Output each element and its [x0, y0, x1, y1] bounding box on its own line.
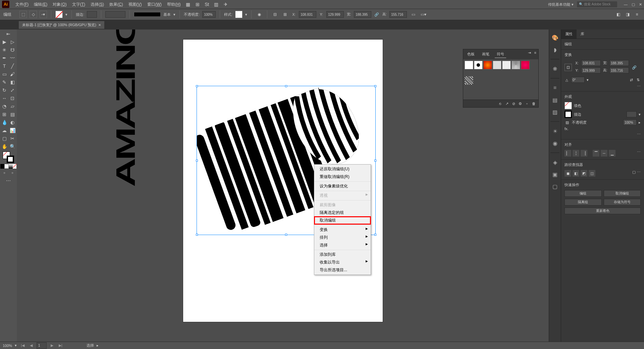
- menu-文字[interactable]: 文字(T): [69, 2, 88, 7]
- cm-还原取消编组(U)[interactable]: 还原取消编组(U): [314, 165, 371, 173]
- free-transform-tool[interactable]: ⊡: [8, 94, 16, 102]
- recolor-icon[interactable]: ◉: [256, 11, 263, 18]
- stroke-weight-input[interactable]: [87, 11, 97, 18]
- symbol-swatch[interactable]: [465, 61, 473, 69]
- stroke-color[interactable]: [565, 111, 572, 118]
- prop-x[interactable]: [581, 60, 601, 66]
- recolor-button[interactable]: 重新着色: [565, 208, 641, 214]
- sym-new-icon[interactable]: ▫: [524, 101, 530, 106]
- menu-效果[interactable]: 效果(C): [107, 2, 126, 7]
- symbol-swatch[interactable]: [502, 61, 511, 69]
- panel-menu-icon[interactable]: ≡: [534, 51, 536, 58]
- bbox-icon[interactable]: ⬚: [19, 11, 27, 18]
- symbol-swatch[interactable]: [474, 61, 483, 69]
- appearance-more-icon[interactable]: ⋯: [637, 132, 641, 136]
- more-options-icon[interactable]: ⋯: [637, 84, 641, 88]
- symbol-sprayer-tool[interactable]: ☁: [0, 126, 8, 134]
- blend-tool[interactable]: ◐: [8, 118, 16, 126]
- symbol-swatch[interactable]: [493, 61, 501, 69]
- menu-对象[interactable]: 对象(O): [50, 2, 69, 7]
- menu-编辑[interactable]: 编辑(E): [31, 2, 50, 7]
- sym-place-icon[interactable]: ↗: [504, 101, 509, 106]
- pf-unite[interactable]: ◼: [565, 170, 571, 177]
- dock-right-icon[interactable]: ◨: [624, 11, 631, 18]
- align-bb-icon[interactable]: ◇: [30, 11, 37, 18]
- scale-tool[interactable]: ⤢: [8, 86, 16, 94]
- prop-opacity[interactable]: [623, 119, 637, 125]
- angle-input[interactable]: [571, 77, 585, 83]
- align-hcenter[interactable]: ╎: [573, 150, 579, 157]
- asset-export-icon[interactable]: ▣: [550, 170, 560, 179]
- x-input[interactable]: [299, 11, 316, 18]
- flip-h-icon[interactable]: ⇄: [629, 77, 634, 82]
- w-input[interactable]: [354, 11, 371, 18]
- artboard-nav-input[interactable]: [37, 342, 47, 349]
- selection-tool[interactable]: ▶: [0, 38, 8, 46]
- nav-next[interactable]: ▶: [49, 343, 55, 348]
- menu-窗口[interactable]: 窗口(W): [145, 2, 164, 7]
- align-more-icon[interactable]: ⋯: [637, 150, 641, 154]
- pf-minus[interactable]: ◧: [573, 170, 579, 177]
- sym-break-icon[interactable]: ⊘: [511, 101, 516, 106]
- align-left[interactable]: ▏: [565, 150, 571, 157]
- stock-icon[interactable]: St: [204, 1, 210, 8]
- align-vcenter[interactable]: ─: [601, 150, 607, 157]
- color-panel-icon[interactable]: 🎨: [550, 33, 560, 42]
- stroke-panel-icon[interactable]: ≡: [550, 83, 560, 93]
- fill-color[interactable]: [565, 102, 572, 109]
- search-box[interactable]: 🔍 搜索 Adobe Stock: [577, 1, 617, 7]
- cm-导出所选项目...[interactable]: 导出所选项目...: [314, 266, 371, 274]
- collapse-panel-icon[interactable]: ⇥: [528, 51, 531, 58]
- cm-隔离选定的组[interactable]: 隔离选定的组: [314, 209, 371, 217]
- curvature-tool[interactable]: 〰: [8, 54, 16, 62]
- graphic-styles-icon[interactable]: ◉: [550, 138, 560, 148]
- align-top[interactable]: ▔: [593, 150, 599, 157]
- arrow-icon[interactable]: ✈: [222, 1, 229, 8]
- shaper-tool[interactable]: ✎: [0, 78, 8, 86]
- minimize-icon[interactable]: —: [624, 2, 628, 7]
- type-tool[interactable]: T: [0, 62, 8, 70]
- arrange-panel-icon[interactable]: ⊞: [194, 1, 201, 8]
- style-swatch[interactable]: [235, 11, 243, 18]
- magic-wand-tool[interactable]: ✳: [0, 46, 8, 54]
- cm-排列[interactable]: 排列▶: [314, 234, 371, 241]
- cm-收集以导出[interactable]: 收集以导出▶: [314, 258, 371, 266]
- doc-tab[interactable]: 未标题-1 [已恢复]* @ 100% (RGB/GPU 预览) ✕: [19, 21, 104, 29]
- menu-帮助[interactable]: 帮助(H): [164, 2, 183, 7]
- symbol-swatch[interactable]: [521, 61, 530, 69]
- hand-tool[interactable]: ✋: [0, 142, 8, 151]
- reference-point[interactable]: ⊡: [565, 64, 572, 71]
- transform-panel-icon[interactable]: ⊞: [281, 11, 289, 18]
- stroke-variable-input[interactable]: [105, 11, 125, 18]
- prop-y[interactable]: [581, 67, 601, 73]
- sym-libraries-icon[interactable]: ⎋: [497, 101, 503, 106]
- pf-expand[interactable]: ▢: [632, 170, 636, 177]
- tab-close-icon[interactable]: ✕: [98, 23, 101, 27]
- brushes-tab[interactable]: 画笔: [480, 51, 491, 58]
- maximize-icon[interactable]: ▢: [632, 2, 635, 7]
- stroke-w-input[interactable]: [627, 111, 637, 117]
- screen-mode-full[interactable]: ▫: [8, 169, 16, 177]
- isolate-button[interactable]: 隔离组: [565, 199, 602, 206]
- opacity-input[interactable]: [202, 11, 216, 18]
- zoom-tool[interactable]: 🔍: [8, 142, 16, 151]
- symbols-tab[interactable]: 符号: [495, 51, 506, 58]
- prop-w[interactable]: [609, 60, 629, 66]
- line-tool[interactable]: ╱: [8, 62, 16, 70]
- slice-tool[interactable]: ✂: [8, 134, 16, 142]
- menu-选择[interactable]: 选择(S): [88, 2, 107, 7]
- cm-设为像素级优化[interactable]: 设为像素级优化: [314, 182, 371, 190]
- transparency-panel-icon[interactable]: ▨: [550, 107, 560, 117]
- dock-left-icon[interactable]: ◧: [614, 11, 622, 18]
- fill-stroke-indicator[interactable]: [0, 151, 16, 164]
- cm-重做取消编组(R)[interactable]: 重做取消编组(R): [314, 173, 371, 181]
- rectangle-tool[interactable]: ▭: [0, 70, 8, 78]
- collapse-icon[interactable]: ⇤: [0, 30, 16, 38]
- ungroup-button[interactable]: 取消编组: [604, 190, 641, 197]
- save-symbol-button[interactable]: 存储为符号: [604, 199, 641, 206]
- screen-mode-normal[interactable]: ▫: [0, 169, 8, 177]
- align-right[interactable]: ▕: [581, 150, 587, 157]
- symbol-swatch[interactable]: [483, 61, 492, 69]
- artboard-tool[interactable]: ▢: [0, 134, 8, 142]
- color-guide-icon[interactable]: ◗: [550, 45, 560, 54]
